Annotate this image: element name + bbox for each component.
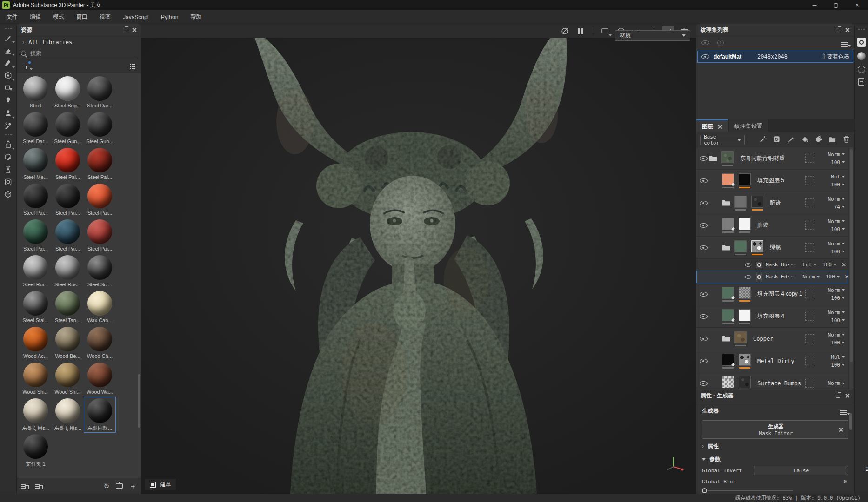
blend-mode-dropdown[interactable]: Norm: [828, 310, 845, 316]
material-item[interactable]: Steel Pai...: [20, 182, 52, 218]
all-libraries-row[interactable]: › All libraries: [17, 36, 141, 48]
close-panel-icon[interactable]: [845, 393, 850, 398]
menu-item[interactable]: 编辑: [29, 12, 42, 22]
material-item[interactable]: Steel Dar...: [84, 75, 116, 111]
opacity-dropdown[interactable]: 100: [831, 340, 845, 346]
close-panel-icon[interactable]: [845, 27, 850, 33]
global-blur-slider[interactable]: [702, 488, 848, 494]
material-item[interactable]: Wood Shi...: [52, 361, 84, 397]
assets-scrollbar[interactable]: [138, 374, 140, 428]
stamp-person-tool-icon[interactable]: [1, 107, 15, 119]
layer-visibility-icon[interactable]: [699, 380, 708, 387]
layer-row[interactable]: 绿锈 Norm 100: [696, 237, 848, 259]
opacity-dropdown[interactable]: 100: [831, 182, 845, 188]
layer-mask-thumbnail[interactable]: [739, 309, 751, 321]
statue-3d-model[interactable]: [141, 38, 696, 494]
display-settings-icon[interactable]: [857, 38, 866, 47]
material-item[interactable]: Steel Stai...: [20, 290, 52, 325]
slider-knob[interactable]: [702, 488, 707, 493]
material-item[interactable]: Steel Dar...: [20, 111, 52, 146]
opacity-dropdown[interactable]: 74: [834, 204, 845, 210]
clear-generator-icon[interactable]: [838, 427, 843, 432]
add-effect-wand-icon[interactable]: [759, 135, 767, 145]
undock-panel-icon[interactable]: [836, 394, 840, 398]
asset-list-view-icon[interactable]: [21, 483, 29, 489]
effect-opacity-dropdown[interactable]: 100: [822, 262, 836, 268]
pause-engine-icon[interactable]: [574, 26, 587, 37]
shader-settings-icon[interactable]: [857, 52, 866, 60]
layer-thumbnail[interactable]: [722, 173, 734, 185]
layer-row[interactable]: Copper Norm 100: [696, 328, 848, 350]
opacity-dropdown[interactable]: 100: [831, 226, 845, 232]
maximize-button[interactable]: ▢: [825, 0, 847, 10]
view-mode-dropdown[interactable]: 材质: [615, 30, 690, 41]
search-input[interactable]: [30, 50, 114, 57]
material-item[interactable]: 东哥同款...: [84, 397, 116, 433]
layer-row[interactable]: Metal Dirty Mul 100: [696, 350, 848, 372]
mask-effect-row-selected[interactable]: Mask Ed··· Norm 100: [696, 271, 848, 283]
opacity-dropdown[interactable]: 100: [831, 317, 845, 324]
add-group-folder-icon[interactable]: [828, 135, 836, 145]
opacity-dropdown[interactable]: 100: [831, 249, 845, 255]
material-item[interactable]: Steel Rui...: [20, 254, 52, 290]
close-button[interactable]: ×: [847, 0, 868, 10]
add-paint-layer-icon[interactable]: [787, 135, 795, 145]
material-item[interactable]: 东哥专用s...: [20, 397, 52, 433]
layer-mask-thumbnail[interactable]: [739, 376, 751, 388]
add-fill-layer-bucket-icon[interactable]: [801, 135, 808, 145]
material-item[interactable]: Steel Me...: [20, 146, 52, 182]
layer-row[interactable]: 填充图层 4 Norm 100: [696, 305, 848, 328]
layer-mask-thumbnail[interactable]: [751, 240, 763, 252]
menu-item[interactable]: 帮助: [189, 12, 202, 22]
history-icon[interactable]: [858, 66, 865, 73]
eraser-tool-icon[interactable]: [1, 44, 15, 57]
layer-visibility-icon[interactable]: [699, 291, 708, 298]
channel-dropdown[interactable]: Base color: [700, 135, 745, 145]
refresh-icon[interactable]: ↻: [103, 482, 109, 489]
symmetry-toggle-icon[interactable]: [559, 26, 571, 37]
single-set-filter-icon[interactable]: 1: [717, 40, 724, 46]
close-panel-icon[interactable]: [132, 27, 137, 33]
layer-mask-thumbnail[interactable]: [739, 173, 751, 185]
material-item[interactable]: Steel Gun...: [52, 111, 84, 146]
clone-stamp-tool-icon[interactable]: [1, 94, 15, 107]
strip-grip[interactable]: [858, 29, 865, 30]
blend-mode-dropdown[interactable]: Mul: [831, 174, 845, 180]
viewport-display-mode-icon[interactable]: [599, 26, 611, 37]
attributes-section-row[interactable]: › 属性: [702, 441, 848, 452]
anchor-point-box[interactable]: [805, 290, 814, 298]
layer-row[interactable]: 填充图层 5 Mul 100: [696, 170, 848, 192]
undock-panel-icon[interactable]: [123, 28, 127, 32]
tab-layers[interactable]: 图层: [696, 119, 728, 132]
display-settings-icon[interactable]: [1, 176, 15, 188]
effect-visibility-icon[interactable]: [745, 274, 752, 280]
menu-item[interactable]: Python: [160, 13, 179, 21]
layer-visibility-icon[interactable]: [699, 244, 708, 251]
projection-tool-icon[interactable]: [1, 57, 15, 69]
material-item[interactable]: Steel: [20, 75, 52, 111]
anchor-point-box[interactable]: [805, 379, 814, 388]
anchor-point-box[interactable]: [805, 243, 814, 252]
new-folder-icon[interactable]: [116, 483, 123, 489]
blend-mode-dropdown[interactable]: Norm: [828, 196, 845, 202]
material-item[interactable]: Steel Brig...: [52, 75, 84, 111]
material-item[interactable]: Steel Gun...: [84, 111, 116, 146]
layer-row[interactable]: 东哥同款青铜材质 Norm 100: [696, 147, 848, 170]
hourglass-icon[interactable]: [1, 163, 15, 176]
export-icon[interactable]: [1, 138, 15, 151]
sort-options-icon[interactable]: [840, 410, 847, 411]
anchor-point-box[interactable]: [805, 334, 814, 343]
opacity-dropdown[interactable]: 100: [831, 295, 845, 301]
layer-thumbnail[interactable]: [722, 376, 734, 388]
material-item[interactable]: Steel Rus...: [52, 254, 84, 290]
remove-effect-icon[interactable]: [841, 263, 843, 267]
toolbar-grip[interactable]: [5, 134, 12, 136]
layer-visibility-icon[interactable]: [699, 313, 708, 320]
blend-mode-dropdown[interactable]: Norm: [828, 287, 845, 293]
effect-blend-dropdown[interactable]: Lgt: [802, 262, 816, 268]
layer-visibility-icon[interactable]: [699, 335, 708, 343]
material-item[interactable]: Steel Scr...: [84, 254, 116, 290]
layer-thumbnail[interactable]: [722, 354, 734, 366]
log-list-icon[interactable]: [858, 78, 864, 86]
material-item[interactable]: Steel Tan...: [52, 290, 84, 325]
